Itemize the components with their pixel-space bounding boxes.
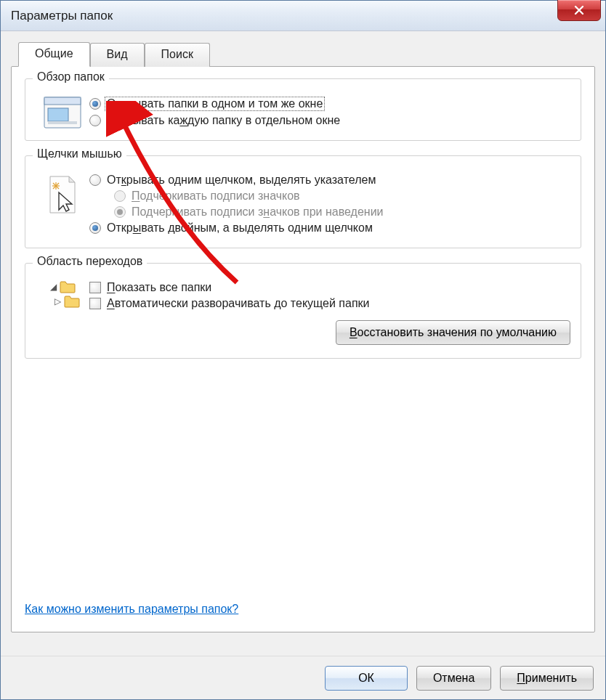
tab-search[interactable]: Поиск bbox=[145, 43, 210, 67]
titlebar: Параметры папок bbox=[1, 1, 605, 31]
click-items-icon bbox=[36, 171, 89, 216]
option-underline-always-row: Подчеркивать подписи значков bbox=[114, 190, 570, 203]
option-open-same-window-row: Открывать папки в одном и том же окне bbox=[89, 97, 570, 111]
folder-icon bbox=[64, 295, 80, 308]
radio-single-click[interactable] bbox=[89, 174, 101, 186]
folder-icon bbox=[60, 280, 76, 293]
dialog-button-bar: ОК Отмена Применить bbox=[1, 656, 605, 699]
tab-general[interactable]: Общие bbox=[18, 42, 90, 67]
label-auto-expand[interactable]: Автоматически разворачивать до текущей п… bbox=[107, 297, 370, 310]
radio-underline-hover bbox=[114, 206, 126, 218]
svg-rect-1 bbox=[44, 97, 81, 105]
tree-collapsed-icon: ▷ bbox=[54, 296, 61, 306]
client-area: Общие Вид Поиск Обзор папок bbox=[1, 31, 605, 656]
option-auto-expand-row: Автоматически разворачивать до текущей п… bbox=[89, 297, 570, 310]
tab-view[interactable]: Вид bbox=[90, 43, 145, 67]
option-single-click-row: Открывать одним щелчком, выделять указат… bbox=[89, 174, 570, 187]
option-open-new-window-row: Открывать каждую папку в отдельном окне bbox=[89, 114, 570, 127]
cancel-button[interactable]: Отмена bbox=[416, 666, 491, 691]
browse-folders-icon bbox=[36, 94, 89, 129]
radio-open-same-window[interactable] bbox=[89, 98, 101, 110]
checkbox-show-all-folders[interactable] bbox=[89, 282, 101, 293]
checkbox-auto-expand[interactable] bbox=[89, 298, 101, 309]
close-icon bbox=[573, 4, 585, 16]
tabstrip: Общие Вид Поиск bbox=[18, 41, 595, 66]
radio-underline-always bbox=[114, 190, 126, 202]
option-double-click-row: Открывать двойным, а выделять одним щелч… bbox=[89, 221, 570, 235]
tab-panel-general: Обзор папок Открывать папки в bbox=[11, 66, 595, 632]
svg-rect-2 bbox=[48, 108, 68, 121]
label-underline-always: Подчеркивать подписи значков bbox=[132, 190, 300, 203]
option-underline-hover-row: Подчеркивать подписи значков при наведен… bbox=[114, 205, 570, 219]
svg-rect-3 bbox=[48, 121, 77, 124]
label-double-click[interactable]: Открывать двойным, а выделять одним щелч… bbox=[107, 221, 373, 235]
label-open-same-window[interactable]: Открывать папки в одном и том же окне bbox=[105, 97, 325, 111]
option-show-all-folders-row: Показать все папки bbox=[89, 281, 570, 294]
ok-button[interactable]: ОК bbox=[325, 666, 408, 691]
window-title: Параметры папок bbox=[11, 9, 113, 23]
tree-expanded-icon: ◢ bbox=[50, 282, 57, 292]
folder-options-window: Параметры папок Общие Вид Поиск Обзор па… bbox=[0, 0, 606, 700]
group-browse-folders: Обзор папок Открывать папки в bbox=[25, 78, 581, 141]
group-click-items: Щелчки мышью bbox=[25, 155, 581, 248]
label-open-new-window[interactable]: Открывать каждую папку в отдельном окне bbox=[107, 114, 340, 127]
nav-pane-icon: ◢ ▷ bbox=[36, 278, 89, 309]
group-nav-title: Область переходов bbox=[33, 255, 147, 268]
label-single-click[interactable]: Открывать одним щелчком, выделять указат… bbox=[107, 174, 376, 187]
restore-defaults-button[interactable]: Восстановить значения по умолчанию bbox=[336, 320, 570, 345]
label-underline-hover: Подчеркивать подписи значков при наведен… bbox=[132, 205, 384, 219]
help-link[interactable]: Как можно изменить параметры папок? bbox=[25, 603, 238, 616]
close-button[interactable] bbox=[557, 0, 601, 21]
group-browse-title: Обзор папок bbox=[33, 70, 109, 84]
label-show-all-folders[interactable]: Показать все папки bbox=[107, 281, 211, 294]
group-click-title: Щелчки мышью bbox=[33, 147, 126, 160]
apply-button[interactable]: Применить bbox=[500, 666, 594, 691]
radio-double-click[interactable] bbox=[89, 222, 101, 234]
radio-open-new-window[interactable] bbox=[89, 115, 101, 126]
group-navigation-pane: Область переходов ◢ ▷ bbox=[25, 263, 581, 359]
